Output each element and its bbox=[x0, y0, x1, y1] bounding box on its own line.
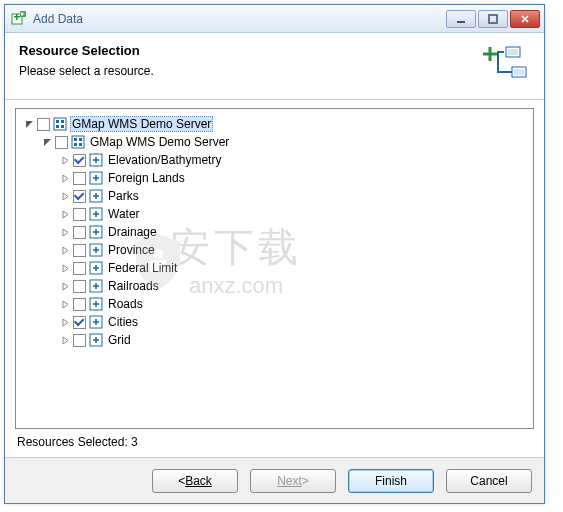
svg-rect-5 bbox=[489, 15, 497, 23]
svg-rect-7 bbox=[508, 49, 518, 55]
expand-toggle-icon[interactable] bbox=[60, 263, 70, 273]
cancel-button[interactable]: Cancel bbox=[446, 469, 532, 493]
tree-node-label[interactable]: Drainage bbox=[106, 225, 159, 239]
expand-toggle-icon[interactable] bbox=[60, 191, 70, 201]
layer-icon bbox=[89, 243, 103, 257]
expand-toggle-icon[interactable] bbox=[60, 317, 70, 327]
tree-node-layer[interactable]: Railroads bbox=[60, 277, 529, 295]
expand-toggle-icon[interactable] bbox=[60, 245, 70, 255]
checkbox[interactable] bbox=[37, 118, 50, 131]
back-button[interactable]: < Back bbox=[152, 469, 238, 493]
add-data-icon bbox=[11, 11, 27, 27]
tree-node-layer[interactable]: Drainage bbox=[60, 223, 529, 241]
expand-toggle-icon[interactable] bbox=[60, 281, 70, 291]
tree-node-layer[interactable]: Water bbox=[60, 205, 529, 223]
tree-node-layer[interactable]: Roads bbox=[60, 295, 529, 313]
checkbox[interactable] bbox=[73, 172, 86, 185]
tree-node-layer[interactable]: Foreign Lands bbox=[60, 169, 529, 187]
status-label: Resources Selected: bbox=[17, 435, 131, 449]
checkbox[interactable] bbox=[73, 208, 86, 221]
svg-rect-11 bbox=[56, 120, 59, 123]
checkbox[interactable] bbox=[73, 334, 86, 347]
resource-selection-icon bbox=[482, 43, 530, 87]
expand-toggle-icon[interactable] bbox=[24, 119, 34, 129]
tree-node-label[interactable]: GMap WMS Demo Server bbox=[88, 135, 231, 149]
svg-rect-18 bbox=[74, 143, 77, 146]
tree-node-layer[interactable]: Elevation/Bathymetry bbox=[60, 151, 529, 169]
layer-icon bbox=[89, 171, 103, 185]
status-count: 3 bbox=[131, 435, 138, 449]
title-bar[interactable]: Add Data bbox=[5, 5, 544, 33]
expand-toggle-icon[interactable] bbox=[60, 335, 70, 345]
page-title: Resource Selection bbox=[19, 43, 482, 58]
tree-node-label[interactable]: Province bbox=[106, 243, 157, 257]
checkbox[interactable] bbox=[73, 316, 86, 329]
svg-rect-10 bbox=[54, 118, 66, 130]
svg-rect-9 bbox=[514, 69, 524, 75]
expand-toggle-icon[interactable] bbox=[42, 137, 52, 147]
tree-node-label[interactable]: Grid bbox=[106, 333, 133, 347]
server-icon bbox=[53, 117, 67, 131]
minimize-button[interactable] bbox=[446, 10, 476, 28]
window-title: Add Data bbox=[33, 12, 446, 26]
dialog-window: Add Data Resource Selection Please selec… bbox=[4, 4, 545, 504]
svg-rect-13 bbox=[56, 125, 59, 128]
checkbox[interactable] bbox=[73, 244, 86, 257]
expand-toggle-icon[interactable] bbox=[60, 227, 70, 237]
tree-node-label[interactable]: Cities bbox=[106, 315, 140, 329]
tree-node-label[interactable]: Elevation/Bathymetry bbox=[106, 153, 223, 167]
checkbox[interactable] bbox=[73, 298, 86, 311]
tree-node-layer[interactable]: Federal Limit bbox=[60, 259, 529, 277]
finish-button[interactable]: Finish bbox=[348, 469, 434, 493]
tree-node-label[interactable]: Roads bbox=[106, 297, 145, 311]
tree-node-layer[interactable]: Parks bbox=[60, 187, 529, 205]
expand-toggle-icon[interactable] bbox=[60, 155, 70, 165]
checkbox[interactable] bbox=[73, 226, 86, 239]
layer-icon bbox=[89, 225, 103, 239]
layer-icon bbox=[89, 297, 103, 311]
checkbox[interactable] bbox=[73, 280, 86, 293]
page-subtitle: Please select a resource. bbox=[19, 64, 482, 78]
tree-node-root[interactable]: GMap WMS Demo Server bbox=[24, 115, 529, 133]
tree-node-layer[interactable]: Province bbox=[60, 241, 529, 259]
checkbox[interactable] bbox=[73, 154, 86, 167]
layer-icon bbox=[89, 279, 103, 293]
tree-node-layer[interactable]: Cities bbox=[60, 313, 529, 331]
resource-tree[interactable]: GMap WMS Demo Server bbox=[20, 115, 529, 349]
layer-icon bbox=[89, 153, 103, 167]
layer-icon bbox=[89, 261, 103, 275]
svg-rect-19 bbox=[79, 143, 82, 146]
checkbox[interactable] bbox=[73, 190, 86, 203]
next-button: Next > bbox=[250, 469, 336, 493]
expand-toggle-icon[interactable] bbox=[60, 173, 70, 183]
checkbox[interactable] bbox=[55, 136, 68, 149]
tree-node-server[interactable]: GMap WMS Demo Server bbox=[42, 133, 529, 151]
svg-rect-16 bbox=[74, 138, 77, 141]
expand-toggle-icon[interactable] bbox=[60, 299, 70, 309]
svg-rect-15 bbox=[72, 136, 84, 148]
tree-node-label[interactable]: Federal Limit bbox=[106, 261, 179, 275]
maximize-button[interactable] bbox=[478, 10, 508, 28]
selection-status: Resources Selected: 3 bbox=[15, 429, 534, 453]
close-button[interactable] bbox=[510, 10, 540, 28]
layer-icon bbox=[89, 189, 103, 203]
window-controls bbox=[446, 10, 540, 28]
tree-node-label[interactable]: Parks bbox=[106, 189, 141, 203]
tree-node-label[interactable]: Foreign Lands bbox=[106, 171, 187, 185]
tree-node-label[interactable]: Water bbox=[106, 207, 142, 221]
resource-tree-panel[interactable]: GMap WMS Demo Server bbox=[15, 108, 534, 429]
finish-label: Finish bbox=[375, 474, 407, 488]
checkbox[interactable] bbox=[73, 262, 86, 275]
back-label: Back bbox=[185, 474, 212, 488]
svg-rect-2 bbox=[16, 14, 18, 20]
svg-rect-12 bbox=[61, 120, 64, 123]
wizard-footer: < Back Next > Finish Cancel bbox=[5, 457, 544, 503]
tree-node-label[interactable]: Railroads bbox=[106, 279, 161, 293]
next-label: Next bbox=[277, 474, 302, 488]
server-icon bbox=[71, 135, 85, 149]
tree-node-layer[interactable]: Grid bbox=[60, 331, 529, 349]
cancel-label: Cancel bbox=[470, 474, 507, 488]
layer-icon bbox=[89, 315, 103, 329]
expand-toggle-icon[interactable] bbox=[60, 209, 70, 219]
tree-node-label[interactable]: GMap WMS Demo Server bbox=[70, 116, 213, 132]
